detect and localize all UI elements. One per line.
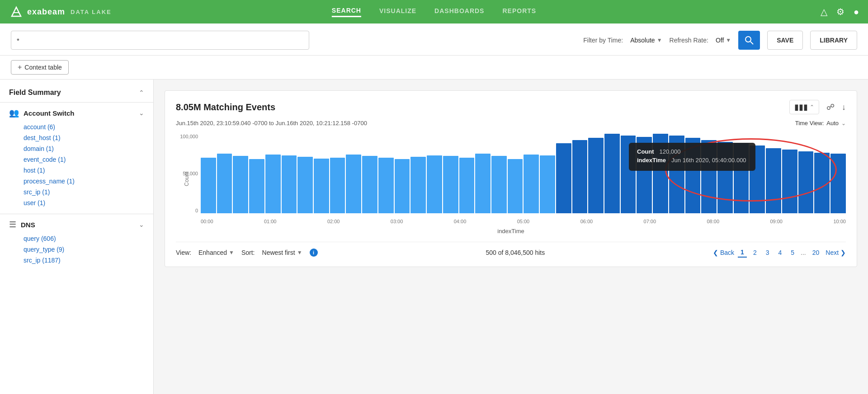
chart-bar[interactable] [217, 154, 232, 213]
bell-icon[interactable]: △ [821, 7, 827, 16]
chart-bar[interactable] [427, 155, 442, 213]
sort-dropdown[interactable]: Newest first ▼ [262, 249, 302, 256]
field-summary-collapse-icon[interactable]: ⌃ [139, 89, 144, 96]
account-switch-header[interactable]: 👥 Account Switch ⌄ [9, 108, 144, 122]
chart-bar[interactable] [524, 155, 539, 213]
x-label-0100: 01:00 [264, 219, 277, 224]
gear-icon[interactable]: ⚙ [836, 7, 844, 16]
chart-bar[interactable] [604, 134, 620, 213]
page-20-button[interactable]: 20 [810, 248, 822, 257]
field-account[interactable]: account (6) [9, 122, 144, 132]
field-src-ip[interactable]: src_ip (1) [9, 187, 144, 197]
search-area: Filter by Time: Absolute ▼ Refresh Rate:… [0, 23, 868, 56]
nav-visualize[interactable]: VISUALIZE [379, 7, 416, 16]
chart-bar[interactable] [508, 159, 523, 213]
library-button[interactable]: LIBRARY [810, 31, 857, 50]
page-2-button[interactable]: 2 [750, 248, 760, 257]
info-icon[interactable]: i [310, 249, 318, 257]
context-table-label: Context table [24, 64, 62, 71]
refresh-rate-dropdown[interactable]: Off ▼ [716, 37, 731, 44]
time-view-control[interactable]: Time View: Auto ⌄ [795, 120, 846, 127]
chart-bar[interactable] [782, 150, 797, 213]
chart-bar[interactable] [491, 156, 507, 213]
brand-name: exabeam [27, 7, 65, 17]
chart-bar[interactable] [265, 155, 281, 213]
y-label-0: 0 [176, 208, 201, 213]
chart-bar[interactable] [556, 143, 571, 213]
field-host[interactable]: host (1) [9, 165, 144, 176]
nav-reports[interactable]: REPORTS [502, 7, 536, 16]
chart-bar[interactable] [346, 155, 361, 213]
chart-bar[interactable] [297, 157, 313, 213]
field-user[interactable]: user (1) [9, 197, 144, 208]
search-input[interactable] [11, 31, 309, 50]
field-dest-host[interactable]: dest_host (1) [9, 132, 144, 143]
search-magnifier-icon [745, 36, 754, 45]
filter-by-time-value: Absolute [630, 37, 655, 44]
field-query-type[interactable]: query_type (9) [9, 244, 144, 255]
nav-search[interactable]: SEARCH [332, 7, 361, 17]
chart-bar[interactable] [814, 153, 830, 213]
chart-bar[interactable] [830, 154, 846, 213]
refresh-rate-value: Off [716, 37, 724, 44]
context-table-button[interactable]: + Context table [11, 60, 69, 75]
nav-dashboards[interactable]: DASHBOARDS [434, 7, 484, 16]
time-view-value: Auto [826, 120, 839, 127]
chart-chevron-icon: ⌃ [810, 104, 814, 110]
search-controls: Filter by Time: Absolute ▼ Refresh Rate:… [583, 31, 857, 50]
chart-bar[interactable] [201, 158, 216, 213]
page-3-button[interactable]: 3 [763, 248, 772, 257]
user-icon[interactable]: ● [854, 7, 859, 16]
save-button[interactable]: SAVE [767, 31, 803, 50]
chart-bar[interactable] [443, 156, 458, 213]
account-switch-fields: account (6) dest_host (1) domain (1) eve… [9, 122, 144, 208]
filter-by-time-label: Filter by Time: [583, 37, 623, 44]
field-domain[interactable]: domain (1) [9, 143, 144, 154]
field-event-code[interactable]: event_code (1) [9, 154, 144, 165]
field-process-name[interactable]: process_name (1) [9, 176, 144, 187]
chart-bar[interactable] [282, 155, 297, 213]
page-1-button[interactable]: 1 [738, 248, 747, 258]
filter-by-time-dropdown[interactable]: Absolute ▼ [630, 37, 662, 44]
chart-controls[interactable]: ▮▮▮ ⌃ [789, 100, 819, 114]
view-value: Enhanced [198, 249, 227, 256]
chart-bar[interactable] [249, 159, 264, 213]
chart-bar[interactable] [410, 157, 426, 213]
product-name: DATA LAKE [71, 9, 112, 15]
chart-bar[interactable] [378, 158, 394, 213]
y-label-100k: 100,000 [176, 134, 201, 139]
pagination-row: View: Enhanced ▼ Sort: Newest first ▼ i … [176, 242, 846, 258]
tooltip-indextime-value: Jun 16th 2020, 05:40:00.000 [671, 157, 746, 164]
field-summary-header: Field Summary ⌃ [0, 89, 153, 102]
refresh-rate-label: Refresh Rate: [670, 37, 708, 44]
chart-bar[interactable] [362, 156, 377, 213]
view-dropdown[interactable]: Enhanced ▼ [198, 249, 234, 256]
page-4-button[interactable]: 4 [775, 248, 784, 257]
dns-chevron-icon[interactable]: ⌄ [139, 221, 144, 228]
chart-bar[interactable] [540, 155, 555, 213]
search-button[interactable] [738, 31, 760, 50]
logo: exabeam DATA LAKE [9, 5, 112, 19]
share-button[interactable]: ☍ [826, 102, 835, 112]
field-dns-src-ip[interactable]: src_ip (1187) [9, 255, 144, 266]
chart-bar[interactable] [395, 159, 410, 213]
tooltip-count-value: 120,000 [660, 148, 681, 155]
chart-bar[interactable] [233, 156, 248, 213]
page-5-button[interactable]: 5 [788, 248, 797, 257]
chart-bar[interactable] [314, 159, 329, 213]
events-count: 8.05M Matching Events [176, 102, 275, 113]
search-input-wrap [11, 31, 309, 50]
next-button[interactable]: Next ❯ [826, 249, 846, 256]
chart-bar[interactable] [459, 158, 475, 213]
download-button[interactable]: ↓ [842, 103, 846, 112]
chart-bar[interactable] [766, 148, 781, 213]
back-button[interactable]: ❮ Back [713, 249, 734, 256]
chart-bar[interactable] [330, 158, 345, 213]
account-switch-chevron-icon[interactable]: ⌄ [139, 109, 144, 117]
field-query[interactable]: query (606) [9, 233, 144, 244]
chart-bar[interactable] [572, 140, 588, 213]
chart-bar[interactable] [588, 138, 604, 213]
chart-bar[interactable] [475, 154, 491, 213]
chart-bar[interactable] [798, 151, 814, 213]
dns-header[interactable]: ☰ DNS ⌄ [9, 220, 144, 233]
